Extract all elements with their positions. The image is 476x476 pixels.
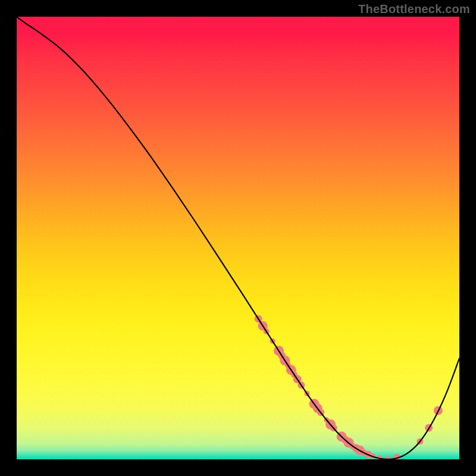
watermark-text: TheBottleneck.com — [358, 2, 470, 16]
chart-overlay — [17, 17, 459, 459]
chart-markers — [255, 315, 443, 459]
chart-line — [17, 17, 459, 459]
chart-plot-area — [17, 17, 459, 459]
